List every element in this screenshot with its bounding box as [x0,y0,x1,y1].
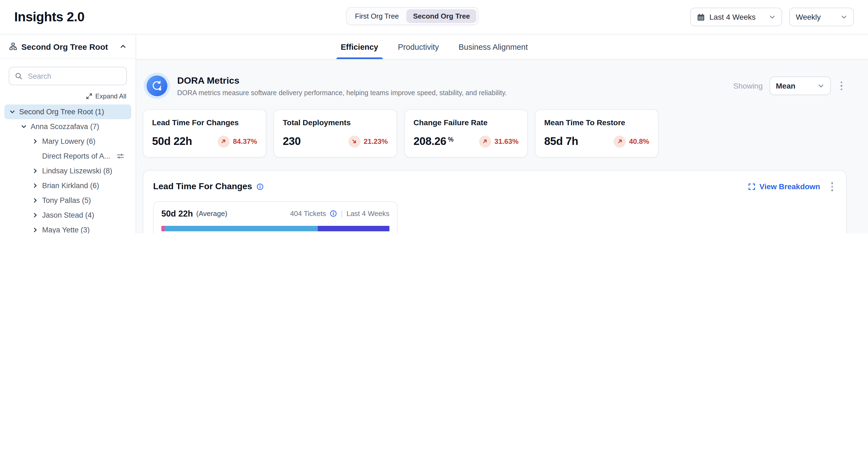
tab-efficiency[interactable]: Efficiency [341,34,378,59]
trend-indicator: 31.63% [479,135,519,147]
tree-item-label: Brian Kirkland (6) [42,182,99,190]
info-icon[interactable] [256,183,264,190]
calendar-icon [697,13,705,21]
org-tree-toggle-first[interactable]: First Org Tree [348,9,405,23]
dora-title: DORA Metrics [177,75,507,86]
filter-icon[interactable] [117,152,127,160]
mean-select[interactable]: Mean [769,76,831,95]
expand-all-button[interactable]: Expand All [0,88,136,103]
dora-kebab-menu-icon[interactable] [837,79,845,93]
tree-item[interactable]: Anna Scozzafava (7) [4,119,131,134]
dora-subtitle: DORA metrics measure software delivery p… [177,89,507,96]
tree-item-label: Jason Stead (4) [42,211,94,219]
view-breakdown-label: View Breakdown [760,182,820,191]
top-controls: Last 4 Weeks Weekly [690,8,854,26]
tab-business-alignment[interactable]: Business Alignment [459,34,528,59]
tree-item[interactable]: Lindsay Liszewski (8) [4,163,131,178]
metric-card: Change Failure Rate208.26%31.63% [404,110,528,157]
summary-value: 50d 22h [161,209,193,218]
phase-stacked-bar [161,225,390,231]
sidebar-collapse-button[interactable] [120,43,126,50]
top-bar: Insights 2.0 First Org Tree Second Org T… [0,0,868,34]
tree-item[interactable]: Direct Reports of A... [4,149,131,163]
tree-item[interactable]: Brian Kirkland (6) [4,178,131,193]
trend-percent: 21.23% [364,137,388,146]
org-tree-toggle: First Org Tree Second Org Tree [346,7,478,25]
tree-item-label: Anna Scozzafava (7) [31,123,99,131]
metric-card: Lead Time For Changes50d 22h84.37% [143,110,266,157]
metric-card: Total Deployments23021.23% [274,110,397,157]
trend-indicator: 84.37% [218,135,257,147]
org-tree: Second Org Tree Root (1)Anna Scozzafava … [0,103,136,234]
tree-item[interactable]: Mary Lowery (6) [4,134,131,149]
search-icon [15,72,23,80]
phase-segment-build [317,225,390,231]
summary-qualifier: (Average) [196,210,227,218]
metric-card: Mean Time To Restore85d 7h40.8% [535,110,658,157]
metric-value: 230 [283,135,301,148]
search-input[interactable] [27,71,121,81]
chevron-right-icon[interactable] [32,212,38,218]
tree-item-label: Maya Yette (3) [42,226,90,234]
tree-item-label: Mary Lowery (6) [42,137,95,146]
dora-text: DORA Metrics DORA metrics measure softwa… [177,75,507,96]
trend-up-icon [218,135,230,147]
chevron-down-icon [841,14,847,20]
chevron-right-icon[interactable] [32,183,38,189]
chevron-right-icon[interactable] [32,138,38,144]
tree-item-label: Second Org Tree Root (1) [19,108,104,116]
trend-percent: 31.63% [494,137,519,146]
metric-title: Lead Time For Changes [152,118,257,127]
trend-percent: 40.8% [629,137,649,146]
tree-item[interactable]: Maya Yette (3) [4,223,131,234]
chevron-down-icon[interactable] [21,124,27,130]
showing-label: Showing [734,82,763,90]
granularity-select[interactable]: Weekly [789,8,854,26]
insights-app: Insights 2.0 First Org Tree Second Org T… [0,0,868,234]
tree-item[interactable]: Jason Stead (4) [4,208,131,223]
info-icon[interactable] [330,210,337,217]
lead-time-summary-card: 50d 22h (Average) 404 Tickets | Last 4 W… [153,201,398,234]
trend-down-icon [348,135,361,147]
chevron-right-icon[interactable] [32,197,38,204]
lead-time-title: Lead Time For Changes [153,182,252,192]
sidebar-header: Second Org Tree Root [0,34,136,59]
lead-time-panel: Lead Time For Changes View Breakdown [143,170,847,234]
trend-percent: 84.37% [233,137,257,146]
metric-value: 50d 22h [152,135,192,148]
metric-value: 208.26 [413,135,446,148]
sidebar-title: Second Org Tree Root [21,42,108,51]
summary-period: Last 4 Weeks [346,210,390,218]
tree-item-label: Direct Reports of A... [42,152,110,160]
metric-value-suffix: % [448,136,454,143]
metric-title: Change Failure Rate [413,118,519,127]
metric-title: Mean Time To Restore [544,118,649,127]
divider: | [341,210,343,218]
chevron-right-icon[interactable] [32,227,38,233]
metric-cards-row: Lead Time For Changes50d 22h84.37%Total … [143,110,847,157]
mean-value: Mean [776,82,813,90]
view-breakdown-link[interactable]: View Breakdown [748,182,820,191]
tab-productivity[interactable]: Productivity [398,34,439,59]
chevron-down-icon [769,14,776,20]
lead-time-kebab-menu-icon[interactable] [828,179,836,194]
org-chart-icon [9,43,17,50]
sidebar-search [9,67,127,85]
tree-item[interactable]: Tony Pallas (5) [4,193,131,208]
expand-diagonal-icon [86,93,93,99]
granularity-value: Weekly [796,12,836,21]
phase-segment-planning [161,225,165,231]
dora-cycle-icon [147,75,167,96]
date-range-value: Last 4 Weeks [709,12,765,21]
content-area: DORA Metrics DORA metrics measure softwa… [136,60,868,234]
chevron-down-icon[interactable] [9,109,15,115]
sidebar: Second Org Tree Root Expand All Second O… [0,34,136,234]
metric-value: 85d 7h [544,135,578,148]
tree-item[interactable]: Second Org Tree Root (1) [4,104,131,119]
chevron-right-icon[interactable] [32,168,38,174]
org-tree-toggle-second[interactable]: Second Org Tree [406,9,476,23]
date-range-select[interactable]: Last 4 Weeks [690,8,782,26]
expand-all-label: Expand All [95,92,126,100]
trend-up-icon [479,135,491,147]
trend-up-icon [614,135,626,147]
